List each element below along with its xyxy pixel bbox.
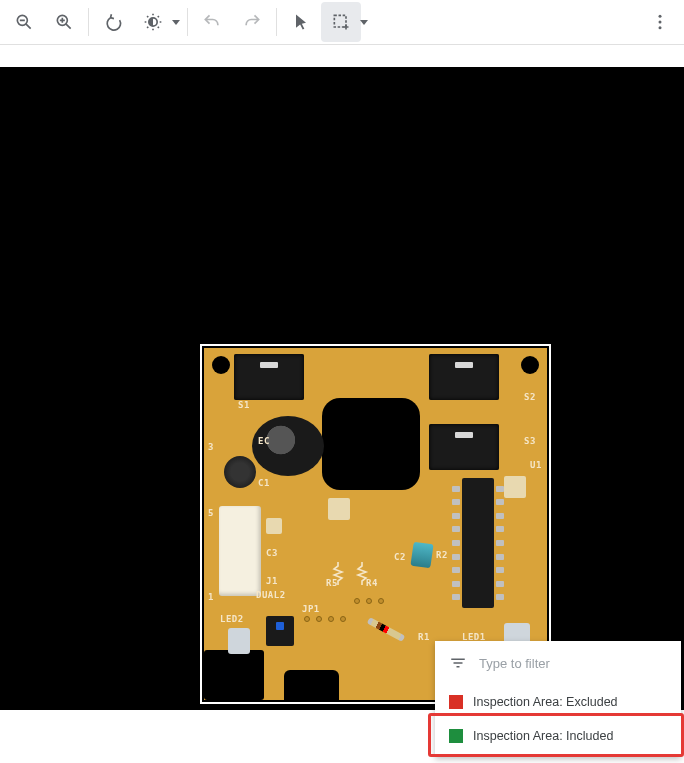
more-vert-icon	[650, 12, 670, 32]
silk-label: EC	[258, 436, 270, 446]
filter-input[interactable]	[477, 655, 667, 672]
zoom-out-icon	[14, 12, 34, 32]
resistor-silk-icon	[332, 560, 382, 588]
silk-label: J1	[266, 576, 278, 586]
brightness-icon	[143, 12, 163, 32]
separator	[88, 8, 89, 36]
undo-button[interactable]	[192, 2, 232, 42]
silk-label: DUAL2	[256, 590, 286, 600]
separator	[187, 8, 188, 36]
silk-label: C3	[266, 548, 278, 558]
filter-row	[435, 641, 681, 685]
brightness-dropdown[interactable]	[169, 2, 183, 42]
pointer-icon	[291, 12, 311, 32]
silk-label: JP1	[302, 604, 320, 614]
select-combo	[321, 2, 371, 42]
separator	[276, 8, 277, 36]
legend-label: Inspection Area: Excluded	[473, 695, 618, 709]
brightness-button[interactable]	[133, 2, 173, 42]
image-viewer[interactable]: S1 S2 S3 3 5 1 EC C1 C3 J1 DUAL2 JP1 R5 …	[0, 45, 684, 763]
pointer-tool-button[interactable]	[281, 2, 321, 42]
redo-button[interactable]	[232, 2, 272, 42]
silk-label: 5	[208, 508, 214, 518]
zoom-in-button[interactable]	[44, 2, 84, 42]
swatch-green-icon	[449, 729, 463, 743]
redo-icon	[242, 12, 262, 32]
svg-rect-1	[334, 15, 346, 27]
select-rect-button[interactable]	[321, 2, 361, 42]
select-rect-icon	[331, 12, 351, 32]
silk-label: 3	[208, 442, 214, 452]
toolbar	[0, 0, 684, 45]
silk-label: 1	[208, 592, 214, 602]
svg-point-4	[659, 26, 662, 29]
caret-down-icon	[360, 20, 368, 25]
brightness-combo	[133, 2, 183, 42]
legend-panel: Inspection Area: Excluded Inspection Are…	[435, 641, 681, 757]
svg-point-2	[659, 15, 662, 18]
svg-point-3	[659, 21, 662, 24]
silk-label: S3	[524, 436, 536, 446]
legend-item-excluded[interactable]: Inspection Area: Excluded	[435, 685, 681, 719]
legend-label: Inspection Area: Included	[473, 729, 613, 743]
more-menu-button[interactable]	[640, 2, 680, 42]
silk-label: LED2	[220, 614, 244, 624]
undo-icon	[202, 12, 222, 32]
image-canvas[interactable]: S1 S2 S3 3 5 1 EC C1 C3 J1 DUAL2 JP1 R5 …	[0, 67, 684, 710]
rotate-button[interactable]	[93, 2, 133, 42]
swatch-red-icon	[449, 695, 463, 709]
filter-list-icon	[449, 654, 467, 672]
rotate-icon	[103, 12, 123, 32]
zoom-out-button[interactable]	[4, 2, 44, 42]
silk-label: R1	[418, 632, 430, 642]
silk-label: R2	[436, 550, 448, 560]
silk-label: S2	[524, 392, 536, 402]
legend-item-included[interactable]: Inspection Area: Included	[435, 719, 681, 753]
select-dropdown[interactable]	[357, 2, 371, 42]
zoom-in-icon	[54, 12, 74, 32]
silk-label: U1	[530, 460, 542, 470]
caret-down-icon	[172, 20, 180, 25]
silk-label: C2	[394, 552, 406, 562]
silk-label: C1	[258, 478, 270, 488]
silk-label: S1	[238, 400, 250, 410]
